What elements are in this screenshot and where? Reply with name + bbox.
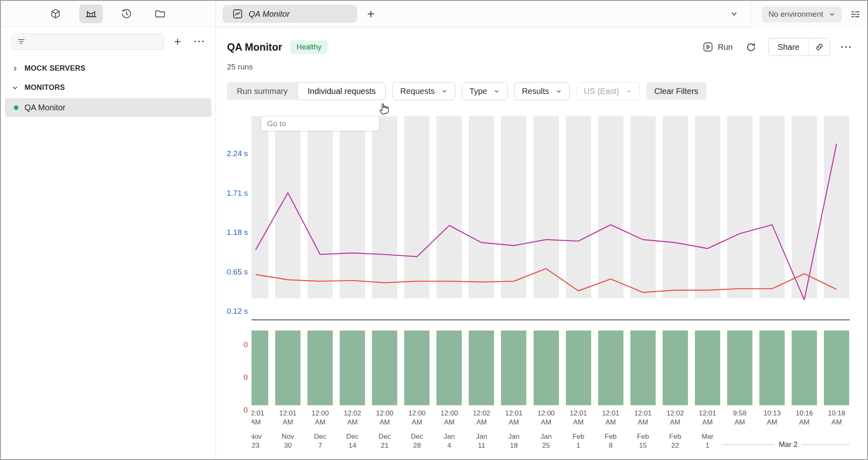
x-axis-date-group-label: Mar 2 <box>721 440 850 449</box>
new-tab-button[interactable]: + <box>367 7 375 20</box>
refresh-button[interactable] <box>746 42 756 52</box>
run-bar <box>792 330 817 405</box>
run-bar <box>598 330 623 405</box>
monitors-label: MONITORS <box>24 83 65 92</box>
main-panel: QA Monitor + No environment <box>216 1 867 459</box>
x-axis-date-label: Nov 30 <box>271 432 305 450</box>
date-group-line <box>721 444 774 445</box>
run-bar <box>695 330 720 405</box>
tab-list-chevron[interactable] <box>730 10 738 18</box>
sidebar-add-button[interactable]: + <box>169 33 186 50</box>
x-axis-date-label: Feb 1 <box>561 432 596 450</box>
copy-link-button[interactable] <box>808 38 830 56</box>
type-dropdown[interactable]: Type <box>462 82 507 100</box>
x-axis-date-label: Mar 1 <box>690 432 725 450</box>
sidebar: + ··· MOCK SERVERS MONITORS QA Monitor <box>1 1 216 459</box>
y-axis-tick: 0.12 s <box>216 307 248 316</box>
chevron-right-icon <box>12 66 18 71</box>
y-axis-tick: 1.18 s <box>216 228 248 237</box>
sidebar-filter-input[interactable] <box>12 33 164 50</box>
results-dropdown[interactable]: Results <box>514 82 570 100</box>
x-axis-time-label: 12:00 AM <box>400 409 434 427</box>
sidebar-tree: MOCK SERVERS MONITORS QA Monitor <box>1 59 216 118</box>
tab-qa-monitor[interactable]: QA Monitor <box>223 5 357 23</box>
tab-label: QA Monitor <box>249 9 289 19</box>
run-bar <box>469 330 494 405</box>
x-axis-date-label: Dec 28 <box>400 432 434 450</box>
chevron-down-icon <box>730 10 738 18</box>
chevron-down-icon <box>441 88 447 94</box>
run-bar <box>566 330 591 405</box>
x-axis-date-label: Jan 18 <box>496 432 531 450</box>
x-axis-time-label: 10:18 AM <box>819 409 850 427</box>
y-axis-tick: 0.65 s <box>216 268 248 277</box>
x-axis-date-label: Feb 22 <box>658 432 692 450</box>
filter-row: Run summary Individual requests Requests… <box>227 82 852 100</box>
monitor-item-label: QA Monitor <box>24 103 65 112</box>
goto-search-input[interactable] <box>261 116 379 131</box>
x-axis-time-label: 12:02 AM <box>658 409 692 427</box>
x-axis-time-label: 9:58 AM <box>723 409 757 427</box>
history-icon[interactable] <box>117 4 136 23</box>
share-button[interactable]: Share <box>769 38 808 56</box>
run-bar <box>759 330 785 405</box>
folder-icon[interactable] <box>150 4 170 23</box>
title-row: QA Monitor Healthy Run <box>227 38 852 56</box>
x-axis-time-label: 10:16 AM <box>787 409 821 427</box>
environment-selector[interactable]: No environment <box>762 6 842 22</box>
page-title: QA Monitor <box>227 41 282 53</box>
app-window: + ··· MOCK SERVERS MONITORS QA Monitor <box>0 0 868 460</box>
run-bar <box>824 330 849 405</box>
monitor-tab-icon <box>232 9 243 19</box>
chevron-down-icon <box>12 85 18 91</box>
clear-filters-button[interactable]: Clear Filters <box>646 82 707 100</box>
x-axis-date-label: Dec 14 <box>335 432 369 450</box>
x-axis-time-label: 12:01 AM <box>594 409 628 427</box>
x-axis-date-label: Dec 7 <box>303 432 337 450</box>
mock-servers-label: MOCK SERVERS <box>24 64 85 73</box>
x-axis-time-label: 12:00 AM <box>303 409 337 427</box>
requests-dropdown[interactable]: Requests <box>392 82 455 100</box>
x-axis-time-label: 12:02 AM <box>464 409 499 427</box>
run-bar <box>372 330 397 405</box>
run-label: Run <box>718 42 733 52</box>
sidebar-toolbar: + ··· <box>12 33 208 50</box>
date-group-text: Mar 2 <box>779 440 797 449</box>
sidebar-more-button[interactable]: ··· <box>191 33 208 50</box>
x-axis-time-label: 12:01 AM <box>271 409 305 427</box>
bar-y-axis-tick: 0 <box>216 406 248 415</box>
tab-bar: QA Monitor + No environment <box>216 1 867 27</box>
chevron-down-icon <box>494 88 500 94</box>
run-bar <box>727 330 752 405</box>
runs-count: 25 runs <box>227 63 852 71</box>
run-bar <box>630 330 656 405</box>
more-actions-button[interactable]: ··· <box>841 42 852 53</box>
run-bar <box>501 330 526 405</box>
monitors-nav-icon[interactable] <box>79 4 103 23</box>
x-axis-time-label: 12:01 AM <box>496 409 531 427</box>
header-actions: Run Share <box>703 38 852 56</box>
region-dropdown[interactable]: US (East) <box>576 82 640 100</box>
x-axis-time-label: 12:00 AM <box>529 409 563 427</box>
x-axis-date-label: Dec 21 <box>367 432 402 450</box>
type-dropdown-label: Type <box>470 87 487 96</box>
run-bar <box>307 330 333 405</box>
monitor-content: QA Monitor Healthy Run <box>216 27 867 100</box>
chart-plot-area[interactable]: 12:01 AMNov 2312:01 AMNov 3012:00 AMDec … <box>251 111 850 459</box>
tab-individual-requests[interactable]: Individual requests <box>297 82 386 100</box>
bar-y-axis-tick: 0 <box>216 373 248 382</box>
x-axis-date-label: Feb 8 <box>594 432 628 450</box>
tab-run-summary[interactable]: Run summary <box>227 82 297 100</box>
x-axis-time-label: 12:02 AM <box>335 409 369 427</box>
sidebar-item-monitors[interactable]: MONITORS <box>1 78 216 97</box>
run-button[interactable]: Run <box>703 42 733 52</box>
healthy-status-dot <box>14 105 18 110</box>
link-icon <box>815 42 824 51</box>
sidebar-item-qa-monitor[interactable]: QA Monitor <box>5 98 211 117</box>
x-axis-date-label: Jan 11 <box>464 432 499 450</box>
sidebar-item-mock-servers[interactable]: MOCK SERVERS <box>1 59 216 78</box>
x-axis-time-label: 12:01 AM <box>690 409 725 427</box>
environment-quick-look-icon[interactable] <box>850 9 861 20</box>
collections-icon[interactable] <box>46 4 65 23</box>
run-bar <box>663 330 688 405</box>
